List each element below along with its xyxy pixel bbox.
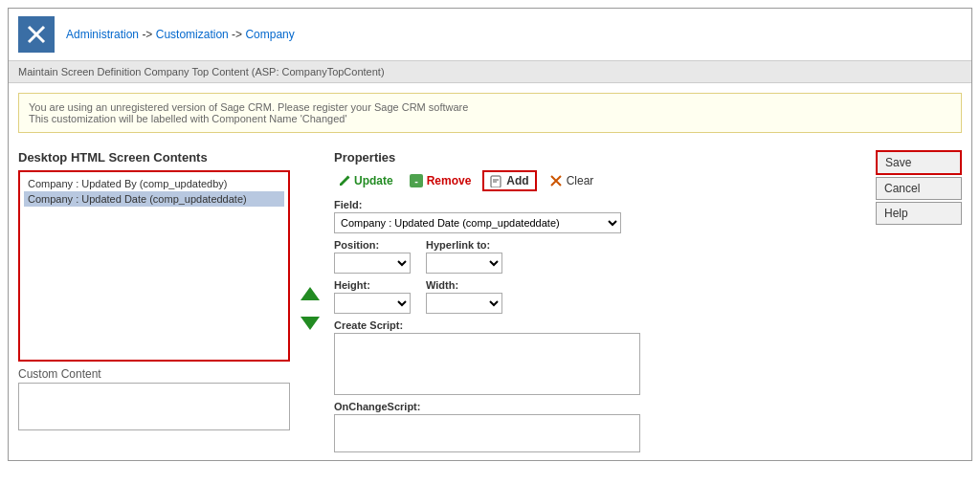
hyperlink-select[interactable] — [426, 253, 502, 274]
field-select[interactable]: Company : Updated Date (comp_updateddate… — [334, 212, 621, 233]
move-up-button[interactable] — [299, 285, 322, 305]
onchange-script-group: OnChangeScript: — [334, 401, 866, 452]
list-item[interactable]: Company : Updated By (comp_updatedby) — [24, 176, 284, 191]
help-button[interactable]: Help — [876, 202, 962, 225]
field-group: Field: Company : Updated Date (comp_upda… — [334, 199, 866, 233]
remove-icon: - — [409, 173, 424, 188]
create-script-group: Create Script: — [334, 319, 866, 395]
left-panel: Desktop HTML Screen Contents Company : U… — [18, 150, 324, 452]
field-label: Field: — [334, 199, 866, 210]
header: Administration -> Customization -> Compa… — [9, 9, 971, 61]
width-group: Width: — [426, 279, 502, 314]
warning-box: You are using an unregistered version of… — [18, 93, 962, 133]
arrow-down-icon — [301, 317, 320, 330]
breadcrumb-customization[interactable]: Customization — [156, 28, 229, 41]
position-hyperlink-row: Position: Hyperlink to: — [334, 239, 866, 274]
height-width-row: Height: Width: — [334, 279, 866, 314]
warning-line2: This customization will be labelled with… — [29, 113, 951, 124]
subtitle-bar: Maintain Screen Definition Company Top C… — [9, 61, 971, 83]
breadcrumb-admin[interactable]: Administration — [66, 28, 139, 41]
clear-icon — [548, 173, 564, 188]
hyperlink-group: Hyperlink to: — [426, 239, 502, 274]
hyperlink-label: Hyperlink to: — [426, 239, 502, 251]
screen-contents-box[interactable]: Company : Updated By (comp_updatedby) Co… — [18, 170, 290, 362]
main-content: Desktop HTML Screen Contents Company : U… — [9, 143, 971, 460]
cancel-button[interactable]: Cancel — [876, 177, 962, 200]
properties-toolbar: Update - Remove Add — [334, 170, 866, 191]
subtitle-text: Maintain Screen Definition Company Top C… — [18, 66, 385, 77]
arrows-column — [296, 170, 324, 430]
svg-text:-: - — [414, 175, 418, 187]
custom-content-label: Custom Content — [18, 367, 290, 381]
position-group: Position: — [334, 239, 411, 274]
custom-content-box — [18, 383, 290, 430]
onchange-script-textarea[interactable] — [334, 414, 640, 452]
onchange-script-label: OnChangeScript: — [334, 401, 866, 412]
screen-contents-list: Company : Updated By (comp_updatedby) Co… — [24, 176, 284, 207]
left-panel-title: Desktop HTML Screen Contents — [18, 150, 324, 165]
create-script-textarea[interactable] — [334, 333, 640, 395]
width-select[interactable] — [426, 293, 502, 314]
width-label: Width: — [426, 279, 502, 291]
field-row: Field: Company : Updated Date (comp_upda… — [334, 199, 866, 233]
arrow-up-icon — [301, 287, 320, 300]
position-label: Position: — [334, 239, 411, 251]
save-button[interactable]: Save — [876, 150, 962, 175]
create-script-label: Create Script: — [334, 319, 866, 331]
properties-panel: Properties Update - Remove — [334, 150, 866, 452]
breadcrumb-company[interactable]: Company — [245, 28, 294, 41]
height-group: Height: — [334, 279, 411, 314]
list-item[interactable]: Company : Updated Date (comp_updateddate… — [24, 191, 284, 207]
add-icon — [490, 174, 503, 187]
warning-line1: You are using an unregistered version of… — [29, 101, 951, 113]
properties-title: Properties — [334, 150, 866, 165]
properties-form: Field: Company : Updated Date (comp_upda… — [334, 199, 866, 452]
remove-button[interactable]: - Remove — [405, 171, 476, 190]
height-label: Height: — [334, 279, 411, 291]
app-logo — [18, 16, 55, 53]
update-button[interactable]: Update — [334, 172, 397, 189]
height-select[interactable] — [334, 293, 411, 314]
move-down-button[interactable] — [299, 315, 322, 335]
position-select[interactable] — [334, 253, 411, 274]
right-sidebar: Save Cancel Help — [876, 150, 962, 452]
pencil-icon — [338, 174, 351, 187]
clear-button[interactable]: Clear — [545, 171, 598, 190]
add-button[interactable]: Add — [482, 170, 536, 191]
breadcrumb: Administration -> Customization -> Compa… — [66, 28, 295, 41]
